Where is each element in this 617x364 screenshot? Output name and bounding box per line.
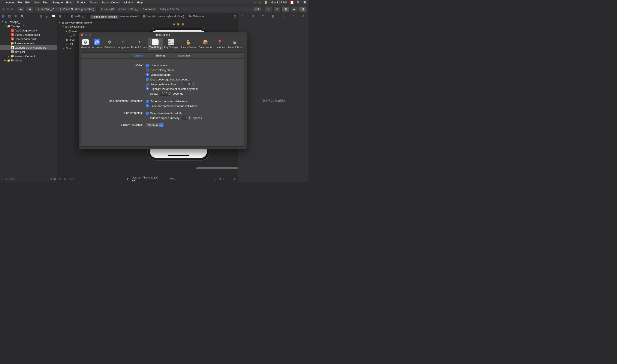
- debug-navigator-tab[interactable]: ▤: [40, 14, 42, 18]
- prefs-tab-general[interactable]: ⚙General: [80, 38, 91, 50]
- checkbox-code-coverage[interactable]: ✓: [146, 78, 149, 81]
- group-preview[interactable]: ▶📁Preview Content: [0, 54, 57, 58]
- prefs-close-button[interactable]: [81, 33, 83, 36]
- bluetooth-icon[interactable]: ⎊: [254, 1, 256, 4]
- symbol-navigator-tab[interactable]: ⊞: [14, 14, 17, 18]
- forward-icon[interactable]: 〉: [67, 14, 69, 18]
- scheme-selector[interactable]: ✦ TestApp_01 〉 ▮ iPhone SE (2nd generati…: [35, 7, 97, 12]
- outline-filter-input[interactable]: [68, 178, 94, 181]
- panel-bottom-button[interactable]: ▬: [290, 7, 298, 12]
- help-inspector-tab[interactable]: ?: [262, 14, 263, 18]
- prefs-tab-key-bindings[interactable]: altoptionKey Bindings: [163, 38, 179, 50]
- menu-file[interactable]: File: [17, 1, 22, 4]
- checkbox-mark-separators[interactable]: ✓: [146, 73, 149, 76]
- file-infoplist[interactable]: iInfo.plist: [0, 50, 57, 54]
- test-navigator-tab[interactable]: ◇: [34, 14, 36, 18]
- outline-scene[interactable]: ▼▦View Controller Scene: [57, 21, 113, 25]
- jump-item-3[interactable]: No Selection: [189, 15, 204, 18]
- outline-controller[interactable]: ▼◉View Controller: [57, 25, 113, 29]
- app-menu[interactable]: Xcode: [6, 1, 14, 4]
- checkbox-fade-markup[interactable]: ✓: [146, 104, 149, 107]
- menu-find[interactable]: Find: [43, 1, 48, 4]
- spotlight-icon[interactable]: 🔍: [297, 1, 300, 4]
- embed-icon[interactable]: ⦾: [214, 178, 217, 181]
- report-navigator-tab[interactable]: 💬: [52, 14, 55, 18]
- horizontal-scrollbar[interactable]: [169, 167, 238, 169]
- align-icon[interactable]: ⊟: [219, 178, 221, 181]
- prefs-tab-server[interactable]: 🖥Server & Bots: [226, 38, 243, 50]
- stop-button[interactable]: ◼: [26, 7, 33, 12]
- add-button[interactable]: ＋: [1, 177, 4, 181]
- menu-navigate[interactable]: Navigate: [52, 1, 63, 4]
- group-products[interactable]: ▶📁Products: [0, 58, 57, 63]
- project-navigator-tab[interactable]: ▦: [2, 14, 4, 18]
- prefs-minimize-button[interactable]: [85, 33, 87, 36]
- menu-help[interactable]: Help: [137, 1, 143, 4]
- checkbox-wrap-lines[interactable]: ✓: [146, 112, 149, 115]
- zoom-in-button[interactable]: ＋: [178, 177, 180, 181]
- size-inspector-tab[interactable]: ▯: [293, 14, 294, 18]
- prefs-tab-navigation[interactable]: ✥Navigation: [116, 38, 130, 50]
- checkbox-fade-delim[interactable]: ✓: [146, 100, 149, 103]
- menu-debug[interactable]: Debug: [90, 1, 98, 4]
- zoom-value[interactable]: 71%: [169, 178, 175, 181]
- add-editor-icon[interactable]: ◫: [233, 15, 236, 18]
- overscroll-select[interactable]: Medium ▴▾: [146, 123, 164, 127]
- recent-filter-icon[interactable]: ⏱: [49, 177, 52, 181]
- editor-options-icon[interactable]: ☰: [229, 15, 231, 18]
- warning-badge[interactable]: ⚠1: [253, 8, 261, 11]
- library-button[interactable]: ＋: [265, 7, 272, 12]
- related-items-icon[interactable]: ▦: [59, 15, 61, 18]
- find-navigator-tab[interactable]: 🔍: [21, 14, 24, 18]
- menu-source-control[interactable]: Source Control: [102, 1, 120, 4]
- prefs-tab-source-control[interactable]: 🔒Source Control: [179, 38, 197, 50]
- prefs-zoom-button[interactable]: [89, 33, 92, 36]
- prefs-tab-text-editing[interactable]: ✎Text Editing: [148, 38, 163, 50]
- outline-panel-icon[interactable]: ◧: [127, 178, 129, 181]
- view-as-label[interactable]: View as: iPhone 11 (wC hR): [132, 176, 163, 182]
- file-appdelegate[interactable]: sAppDelegate.swift: [0, 28, 57, 33]
- checkbox-line-numbers[interactable]: ✓: [146, 64, 149, 67]
- delay-input[interactable]: [160, 92, 168, 95]
- group-testapp[interactable]: ▼📁TestApp_01: [0, 24, 57, 28]
- prefs-tab-behaviors[interactable]: ✲Behaviors: [103, 38, 116, 50]
- identity-inspector-tab[interactable]: ▦: [272, 14, 274, 18]
- scm-filter-icon[interactable]: ▣: [53, 177, 56, 181]
- menu-edit[interactable]: Edit: [25, 1, 30, 4]
- outline-toggle-icon[interactable]: ▢: [59, 178, 61, 181]
- prefs-titlebar[interactable]: Text Editing: [79, 32, 247, 37]
- wifi-icon[interactable]: ◇: [259, 1, 261, 4]
- subtab-indentation[interactable]: Indentation: [178, 54, 191, 57]
- checkbox-code-folding[interactable]: [146, 68, 149, 71]
- pin-icon[interactable]: ⊢⊣: [223, 178, 227, 181]
- checkbox-highlight[interactable]: ✓: [146, 87, 149, 90]
- indent-input[interactable]: [182, 117, 188, 119]
- jump-item-0[interactable]: TestApp_0: [74, 15, 86, 18]
- flag-icon[interactable]: [290, 1, 294, 4]
- file-contentview[interactable]: sContentView.swift: [0, 37, 57, 41]
- subtab-display[interactable]: Display: [134, 54, 144, 57]
- prefs-tab-locations[interactable]: 📍Locations: [213, 38, 226, 50]
- page-guide-stepper[interactable]: ▴▾: [192, 82, 195, 86]
- activity-view[interactable]: TestApp_01 | Preview TestApp_01: Succeed…: [98, 7, 263, 12]
- zoom-out-button[interactable]: −: [165, 178, 166, 181]
- checkbox-page-guide[interactable]: [146, 83, 149, 86]
- control-center-icon[interactable]: ☰: [303, 1, 306, 4]
- file-inspector-tab[interactable]: ▯: [242, 14, 243, 18]
- menu-product[interactable]: Product: [77, 1, 87, 4]
- menu-window[interactable]: Window: [123, 1, 134, 4]
- clock[interactable]: Mon 3:27 PM: [271, 1, 287, 4]
- menu-editor[interactable]: Editor: [66, 1, 73, 4]
- prefs-tab-fonts[interactable]: AFonts & Colors: [130, 38, 148, 50]
- source-control-navigator-tab[interactable]: ◳: [8, 14, 11, 18]
- run-button[interactable]: ▶: [17, 7, 24, 12]
- prefs-tab-components[interactable]: 📦Components: [198, 38, 213, 50]
- subtab-editing[interactable]: Editing: [156, 54, 165, 57]
- window-controls[interactable]: [2, 8, 13, 11]
- page-guide-input[interactable]: [184, 83, 192, 86]
- back-icon[interactable]: 〈: [63, 14, 65, 18]
- connections-inspector-tab[interactable]: ⊕: [302, 14, 304, 18]
- panel-right-button[interactable]: ◨: [299, 7, 306, 12]
- jump-item-2[interactable]: LaunchScreen.storyboard (Base): [146, 15, 184, 18]
- prefs-tab-accounts[interactable]: @Accounts: [91, 38, 103, 50]
